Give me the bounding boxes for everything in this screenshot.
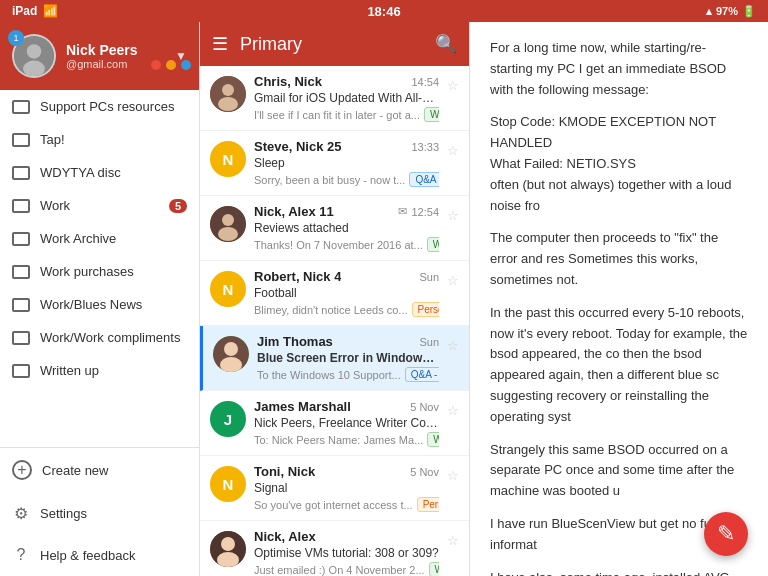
avatar: [213, 336, 249, 372]
folder-icon: [12, 166, 30, 180]
sidebar-item-work[interactable]: Work 5: [0, 189, 199, 222]
email-subject: Nick Peers, Freelance Writer Contact:...: [254, 416, 439, 430]
email-top: Jim Thomas Sun: [257, 334, 439, 349]
email-preview: To: Nick Peers Name: James Ma... Work: [254, 432, 439, 447]
search-icon[interactable]: 🔍: [435, 33, 457, 55]
email-subject: Optimise VMs tutorial: 308 or 309?: [254, 546, 439, 560]
profile-name: Nick Peers: [66, 42, 165, 58]
status-bar-left: iPad 📶: [12, 4, 58, 18]
help-feedback-button[interactable]: ? Help & feedback: [0, 534, 199, 576]
sidebar-item-label: Written up: [40, 363, 187, 378]
pencil-icon: ✎: [717, 521, 735, 547]
email-right-wrapper: For a long time now, while starting/re-s…: [470, 22, 768, 576]
email-top: James Marshall 5 Nov: [254, 399, 439, 414]
create-new-button[interactable]: + Create new: [0, 448, 199, 492]
email-content-panel: For a long time now, while starting/re-s…: [470, 22, 768, 576]
avatar: N: [210, 466, 246, 502]
main-layout: 1 Nick Peers @gmail.com ▼ Support PCs re…: [0, 22, 768, 576]
sidebar-item-work-blues[interactable]: Work/Blues News: [0, 288, 199, 321]
email-item[interactable]: N Toni, Nick 5 Nov Signal So you've got …: [200, 456, 469, 521]
email-item[interactable]: J James Marshall 5 Nov Nick Peers, Freel…: [200, 391, 469, 456]
email-top: Toni, Nick 5 Nov: [254, 464, 439, 479]
email-sender: Robert, Nick 4: [254, 269, 341, 284]
star-icon[interactable]: ☆: [447, 143, 459, 158]
email-content: Robert, Nick 4 Sun Football Blimey, didn…: [254, 269, 439, 317]
email-content: Nick, Alex 11 ✉ 12:54 Reviews attached T…: [254, 204, 439, 252]
svg-point-4: [222, 84, 234, 96]
help-icon: ?: [12, 546, 30, 564]
folder-icon: [12, 364, 30, 378]
email-preview: So you've got internet access t... Perso…: [254, 497, 439, 512]
sidebar-item-work-compliments[interactable]: Work/Work compliments: [0, 321, 199, 354]
email-item[interactable]: Chris, Nick 14:54 Gmail for iOS Updated …: [200, 66, 469, 131]
email-top: Nick, Alex: [254, 529, 439, 544]
svg-point-7: [222, 214, 234, 226]
star-icon[interactable]: ☆: [447, 533, 459, 548]
star-icon[interactable]: ☆: [447, 273, 459, 288]
email-body: For a long time now, while starting/re-s…: [490, 38, 748, 576]
sidebar-item-work-purchases[interactable]: Work purchases: [0, 255, 199, 288]
svg-point-10: [224, 342, 238, 356]
sidebar-item-label: WDYTYA disc: [40, 165, 187, 180]
avatar: [210, 76, 246, 112]
settings-button[interactable]: ⚙ Settings: [0, 492, 199, 534]
email-preview: Thanks! On 7 November 2016 at... Work: [254, 237, 439, 252]
email-item[interactable]: Nick, Alex 11 ✉ 12:54 Reviews attached T…: [200, 196, 469, 261]
folder-icon: [12, 199, 30, 213]
email-time: Sun: [419, 336, 439, 348]
email-sender: Chris, Nick: [254, 74, 322, 89]
create-new-label: Create new: [42, 463, 108, 478]
status-bar: iPad 📶 18:46 ▴ 97% 🔋: [0, 0, 768, 22]
svg-point-5: [218, 97, 238, 111]
avatar: J: [210, 401, 246, 437]
email-list-panel: ☰ Primary 🔍 Chris, Nick 14:54 Gmail for …: [200, 22, 470, 576]
email-tag: Work: [427, 432, 439, 447]
email-sender: Jim Thomas: [257, 334, 333, 349]
profile-badge: 1: [8, 30, 24, 46]
sidebar-item-work-archive[interactable]: Work Archive: [0, 222, 199, 255]
plus-icon: +: [12, 460, 32, 480]
email-subject: Football: [254, 286, 439, 300]
sidebar-item-written-up[interactable]: Written up: [0, 354, 199, 387]
sidebar-nav: Support PCs resources Tap! WDYTYA disc W…: [0, 90, 199, 447]
status-bar-time: 18:46: [367, 4, 400, 19]
hamburger-menu-icon[interactable]: ☰: [212, 33, 228, 55]
folder-icon: [12, 265, 30, 279]
avatar: N: [210, 271, 246, 307]
svg-point-8: [218, 227, 238, 241]
email-subject: Gmail for iOS Updated With All-New L...: [254, 91, 439, 105]
sidebar-item-tap[interactable]: Tap!: [0, 123, 199, 156]
sidebar-item-label: Work: [40, 198, 159, 213]
star-icon[interactable]: ☆: [447, 338, 459, 353]
email-content: Jim Thomas Sun Blue Screen Error in Wind…: [257, 334, 439, 382]
star-icon[interactable]: ☆: [447, 468, 459, 483]
email-time: 13:33: [411, 141, 439, 153]
email-subject: Blue Screen Error in Windows 10: [257, 351, 439, 365]
sidebar-item-label: Work/Blues News: [40, 297, 187, 312]
star-icon[interactable]: ☆: [447, 78, 459, 93]
svg-point-2: [23, 61, 45, 77]
sidebar-item-label: Work purchases: [40, 264, 187, 279]
email-item[interactable]: Nick, Alex Optimise VMs tutorial: 308 or…: [200, 521, 469, 576]
sidebar-profile[interactable]: 1 Nick Peers @gmail.com ▼: [0, 22, 199, 90]
ipad-label: iPad: [12, 4, 37, 18]
email-item[interactable]: N Robert, Nick 4 Sun Football Blimey, di…: [200, 261, 469, 326]
sidebar-item-label: Support PCs resources: [40, 99, 187, 114]
email-item[interactable]: Jim Thomas Sun Blue Screen Error in Wind…: [200, 326, 469, 391]
sidebar-item-support-pcs[interactable]: Support PCs resources: [0, 90, 199, 123]
status-bar-right: ▴ 97% 🔋: [706, 5, 756, 18]
email-top: Chris, Nick 14:54: [254, 74, 439, 89]
email-sender: Toni, Nick: [254, 464, 315, 479]
star-icon[interactable]: ☆: [447, 208, 459, 223]
folder-icon: [12, 100, 30, 114]
sidebar-item-label: Work Archive: [40, 231, 187, 246]
star-icon[interactable]: ☆: [447, 403, 459, 418]
email-item[interactable]: N Steve, Nick 25 13:33 Sleep Sorry, been…: [200, 131, 469, 196]
sidebar-item-wdytya[interactable]: WDYTYA disc: [0, 156, 199, 189]
email-content: Toni, Nick 5 Nov Signal So you've got in…: [254, 464, 439, 512]
sidebar-item-label: Tap!: [40, 132, 187, 147]
email-content: James Marshall 5 Nov Nick Peers, Freelan…: [254, 399, 439, 447]
compose-fab[interactable]: ✎: [704, 512, 748, 556]
settings-label: Settings: [40, 506, 87, 521]
wifi-icon: 📶: [43, 4, 58, 18]
